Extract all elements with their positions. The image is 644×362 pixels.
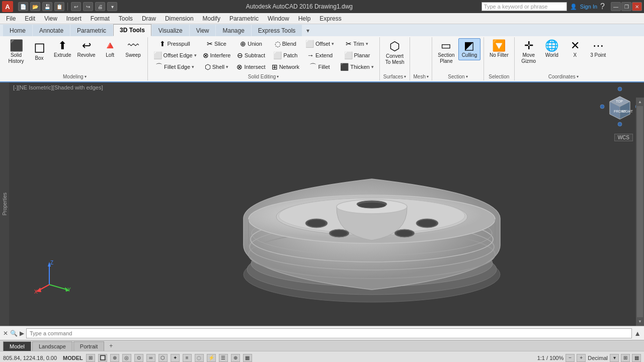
tab-home[interactable]: Home bbox=[3, 25, 32, 36]
menu-item-file[interactable]: File bbox=[2, 14, 20, 23]
quick-access-redo[interactable]: ↪ bbox=[83, 2, 93, 11]
convert-to-mesh-button[interactable]: ⬡ ConvertTo Mesh bbox=[383, 38, 407, 67]
command-input[interactable] bbox=[26, 328, 632, 338]
wcs-label[interactable]: WCS bbox=[614, 134, 633, 141]
workspace-btn[interactable]: ⊞ bbox=[621, 354, 630, 362]
tab-annotate[interactable]: Annotate bbox=[33, 25, 70, 36]
search-box[interactable]: Type a keyword or phrase bbox=[481, 2, 567, 11]
quick-access-plot[interactable]: 🖨 bbox=[95, 2, 105, 11]
surfaces-title[interactable]: Surfaces ▾ bbox=[383, 74, 406, 79]
units-dropdown[interactable]: ▾ bbox=[610, 354, 619, 362]
interfere-button[interactable]: ⊗ Interfere bbox=[200, 50, 233, 61]
section-title[interactable]: Section ▾ bbox=[448, 74, 467, 79]
right-scroll[interactable]: ▲ ▼ bbox=[636, 98, 644, 326]
polar-toggle[interactable]: ◎ bbox=[122, 354, 131, 362]
intersect-button[interactable]: ⊗ Intersect bbox=[234, 61, 268, 72]
scroll-down-icon[interactable]: ▼ bbox=[638, 319, 642, 324]
3d-canvas[interactable] bbox=[9, 82, 644, 326]
network-button[interactable]: ⊞ Network bbox=[269, 61, 302, 72]
offset-button[interactable]: ⬜ Offset ▾ bbox=[303, 38, 337, 49]
menu-item-format[interactable]: Format bbox=[87, 14, 114, 23]
dyninput-toggle[interactable]: ▦ bbox=[243, 354, 252, 362]
zoom-plus[interactable]: + bbox=[577, 354, 586, 362]
world-button[interactable]: 🌐 World bbox=[541, 38, 563, 60]
loft-button[interactable]: 🔺 Loft bbox=[99, 38, 121, 60]
restore-button[interactable]: ❐ bbox=[621, 2, 631, 11]
menu-item-insert[interactable]: Insert bbox=[62, 14, 86, 23]
close-button[interactable]: ✕ bbox=[632, 2, 642, 11]
properties-panel[interactable]: Properties bbox=[0, 82, 9, 326]
lineweight-toggle[interactable]: ≡ bbox=[183, 354, 192, 362]
app-logo[interactable]: A bbox=[2, 1, 13, 12]
3dosnap-toggle[interactable]: ⊕ bbox=[231, 354, 240, 362]
menu-item-window[interactable]: Window bbox=[264, 14, 293, 23]
tab-portrait[interactable]: Portrait bbox=[73, 341, 104, 351]
fillet-button[interactable]: ⌒ Fillet bbox=[307, 61, 332, 72]
menu-item-help[interactable]: Help bbox=[294, 14, 315, 23]
quick-access-undo[interactable]: ↩ bbox=[71, 2, 81, 11]
section-plane-button[interactable]: ▭ SectionPlane bbox=[435, 38, 457, 66]
tab-add-icon[interactable]: + bbox=[105, 341, 117, 351]
tab-manage[interactable]: Manage bbox=[216, 25, 251, 36]
viewcube[interactable]: FRONT RIGHT TOP WCS bbox=[600, 86, 640, 127]
viewport[interactable]: [-][NE Isometric][Shaded with edges] bbox=[9, 82, 644, 326]
mesh-title[interactable]: Mesh ▾ bbox=[413, 74, 428, 79]
osnap-toggle[interactable]: ⊙ bbox=[134, 354, 143, 362]
move-gizmo-button[interactable]: ✛ MoveGizmo bbox=[518, 38, 540, 66]
quick-access-open[interactable]: 📂 bbox=[30, 2, 40, 11]
modeling-title[interactable]: Modeling ▾ bbox=[63, 74, 87, 79]
help-icon[interactable]: ? bbox=[600, 2, 605, 11]
culling-button[interactable]: ◩ Culling bbox=[458, 38, 480, 60]
dyn-toggle[interactable]: ✦ bbox=[171, 354, 180, 362]
no-filter-button[interactable]: 🔽 No Filter bbox=[487, 38, 511, 60]
thicken-button[interactable]: ⬛ Thicken ▾ bbox=[338, 61, 376, 72]
box-button[interactable]: ◻ Box bbox=[28, 38, 50, 63]
shell-button[interactable]: ⬡ Shell ▾ bbox=[202, 61, 231, 72]
qprops-toggle[interactable]: ⚡ bbox=[207, 354, 216, 362]
extend-button[interactable]: → Extend bbox=[304, 50, 335, 61]
tab-express-tools[interactable]: Express Tools bbox=[252, 25, 302, 36]
tab-parametric[interactable]: Parametric bbox=[70, 25, 113, 36]
snap-toggle[interactable]: 🔲 bbox=[98, 354, 107, 362]
presspull-button[interactable]: ⬆ Presspull bbox=[157, 38, 192, 49]
quick-access-save[interactable]: 💾 bbox=[42, 2, 52, 11]
command-close-icon[interactable]: ✕ bbox=[3, 330, 8, 337]
tab-visualize[interactable]: Visualize bbox=[152, 25, 189, 36]
menu-item-draw[interactable]: Draw bbox=[138, 14, 160, 23]
layout-btn[interactable]: ▦ bbox=[632, 354, 641, 362]
scroll-track[interactable] bbox=[637, 106, 643, 317]
menu-item-express[interactable]: Express bbox=[315, 14, 345, 23]
minimize-button[interactable]: — bbox=[611, 2, 621, 11]
command-search-icon[interactable]: 🔍 bbox=[10, 330, 18, 337]
revolve-button[interactable]: ↩ Revolve bbox=[74, 38, 98, 60]
menu-item-view[interactable]: View bbox=[40, 14, 61, 23]
extrude-button[interactable]: ⬆ Extrude bbox=[51, 38, 73, 60]
3-point-button[interactable]: ⋯ 3 Point bbox=[587, 38, 609, 60]
offset-edge-button[interactable]: ⬜ Offset Edge ▾ bbox=[151, 50, 199, 61]
menu-item-modify[interactable]: Modify bbox=[199, 14, 224, 23]
menu-item-parametric[interactable]: Parametric bbox=[225, 14, 263, 23]
quick-access-new[interactable]: 📄 bbox=[18, 2, 28, 11]
x-axis-button[interactable]: ✕ X bbox=[564, 38, 586, 60]
grid-toggle[interactable]: ⊞ bbox=[86, 354, 95, 362]
scroll-up-icon[interactable]: ▲ bbox=[638, 100, 642, 104]
coordinates-title[interactable]: Coordinates ▾ bbox=[548, 74, 579, 79]
solid-history-button[interactable]: ⬛ SolidHistory bbox=[5, 38, 27, 66]
patch-button[interactable]: ⬜ Patch bbox=[271, 50, 300, 61]
tab-model[interactable]: Model bbox=[3, 341, 31, 351]
solid-editing-title[interactable]: Solid Editing ▾ bbox=[248, 74, 279, 79]
blend-button[interactable]: ◌ Blend bbox=[272, 38, 299, 49]
zoom-minus[interactable]: − bbox=[566, 354, 575, 362]
tab-overflow[interactable]: ▾ bbox=[302, 25, 313, 36]
transparency-toggle[interactable]: ◌ bbox=[195, 354, 204, 362]
tab-view[interactable]: View bbox=[190, 25, 216, 36]
slice-button[interactable]: ✂ Slice bbox=[204, 38, 229, 49]
union-button[interactable]: ⊕ Union bbox=[237, 38, 265, 49]
quick-access-saveas[interactable]: 📋 bbox=[54, 2, 64, 11]
dynucs-toggle[interactable]: ⬡ bbox=[158, 354, 168, 362]
otrack-toggle[interactable]: ∞ bbox=[146, 354, 155, 362]
quick-access-dropdown[interactable]: ▾ bbox=[107, 2, 117, 11]
menu-item-edit[interactable]: Edit bbox=[21, 14, 39, 23]
subtract-button[interactable]: ⊖ Subtract bbox=[234, 50, 268, 61]
sign-in-button[interactable]: Sign In bbox=[580, 4, 597, 10]
